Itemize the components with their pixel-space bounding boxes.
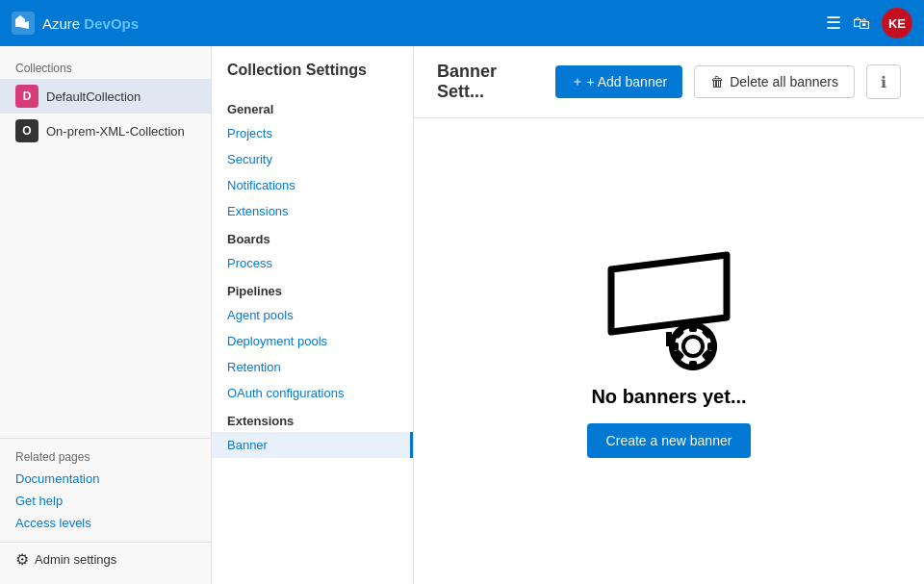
left-sidebar: Collections D DefaultCollection O On-pre… xyxy=(0,46,212,584)
settings-item-projects[interactable]: Projects xyxy=(212,120,413,146)
settings-item-retention[interactable]: Retention xyxy=(212,354,413,380)
settings-item-extensions-gen[interactable]: Extensions xyxy=(212,198,413,224)
add-banner-button[interactable]: ＋ + Add banner xyxy=(555,65,682,98)
settings-group-boards: Boards xyxy=(212,224,413,250)
svg-marker-1 xyxy=(611,255,727,332)
svg-rect-8 xyxy=(707,343,717,350)
svg-point-4 xyxy=(683,337,703,356)
content-header: Banner Sett... ＋ + Add banner 🗑 Delete a… xyxy=(414,46,924,118)
collection-name-default: DefaultCollection xyxy=(46,89,141,104)
collection-name-onprem: On-prem-XML-Collection xyxy=(46,124,185,139)
settings-item-security[interactable]: Security xyxy=(212,146,413,172)
plus-icon: ＋ xyxy=(571,73,584,90)
svg-rect-5 xyxy=(689,322,697,332)
nav-brand: Azure DevOps xyxy=(12,12,139,35)
sidebar-link-access[interactable]: Access levels xyxy=(0,512,211,534)
top-nav: Azure DevOps ☰ 🛍 KE xyxy=(0,0,924,46)
sidebar-link-docs[interactable]: Documentation xyxy=(0,468,211,490)
settings-item-notifications[interactable]: Notifications xyxy=(212,172,413,198)
settings-group-general: General xyxy=(212,94,413,120)
main-layout: Collections D DefaultCollection O On-pre… xyxy=(0,46,924,584)
settings-group-extensions: Extensions xyxy=(212,406,413,432)
sidebar-bottom: Related pages Documentation Get help Acc… xyxy=(0,438,211,542)
delete-banners-label: Delete all banners xyxy=(730,74,838,89)
admin-settings-label: Admin settings xyxy=(35,552,116,567)
collection-avatar-default: D xyxy=(15,85,38,108)
collection-item-onprem[interactable]: O On-prem-XML-Collection xyxy=(0,114,211,148)
content-title: Banner Sett... xyxy=(437,62,544,102)
settings-item-banner[interactable]: Banner xyxy=(212,432,413,458)
create-new-banner-button[interactable]: Create a new banner xyxy=(587,423,752,458)
bag-icon[interactable]: 🛍 xyxy=(853,13,870,34)
content-area: Banner Sett... ＋ + Add banner 🗑 Delete a… xyxy=(414,46,924,584)
gear-icon: ⚙ xyxy=(15,550,29,569)
settings-panel: Collection Settings General Projects Sec… xyxy=(212,46,414,584)
azure-devops-logo xyxy=(12,12,35,35)
settings-item-oauth[interactable]: OAuth configurations xyxy=(212,380,413,406)
collection-avatar-onprem: O xyxy=(15,119,38,142)
content-body: No banners yet... Create a new banner xyxy=(414,118,924,584)
empty-state-title: No banners yet... xyxy=(591,386,746,408)
settings-item-process[interactable]: Process xyxy=(212,250,413,276)
settings-group-pipelines: Pipelines xyxy=(212,276,413,302)
settings-panel-title: Collection Settings xyxy=(212,62,413,94)
collection-item-default[interactable]: D DefaultCollection xyxy=(0,79,211,114)
add-banner-label: + Add banner xyxy=(586,74,667,89)
svg-rect-7 xyxy=(669,343,679,350)
settings-item-agent-pools[interactable]: Agent pools xyxy=(212,302,413,328)
info-icon: ℹ xyxy=(881,73,886,91)
app-title: Azure DevOps xyxy=(42,15,139,32)
empty-banner-illustration xyxy=(592,245,746,370)
menu-icon[interactable]: ☰ xyxy=(826,13,841,34)
info-button[interactable]: ℹ xyxy=(866,64,901,99)
settings-item-deployment-pools[interactable]: Deployment pools xyxy=(212,328,413,354)
sidebar-link-help[interactable]: Get help xyxy=(0,490,211,512)
trash-icon: 🗑 xyxy=(710,74,724,89)
delete-all-banners-button[interactable]: 🗑 Delete all banners xyxy=(694,65,855,98)
collections-label: Collections xyxy=(0,54,211,79)
related-pages-label: Related pages xyxy=(0,446,211,468)
nav-actions: ☰ 🛍 KE xyxy=(826,8,912,38)
user-avatar[interactable]: KE xyxy=(882,8,912,38)
svg-rect-6 xyxy=(689,361,697,370)
admin-settings-item[interactable]: ⚙ Admin settings xyxy=(0,542,211,576)
